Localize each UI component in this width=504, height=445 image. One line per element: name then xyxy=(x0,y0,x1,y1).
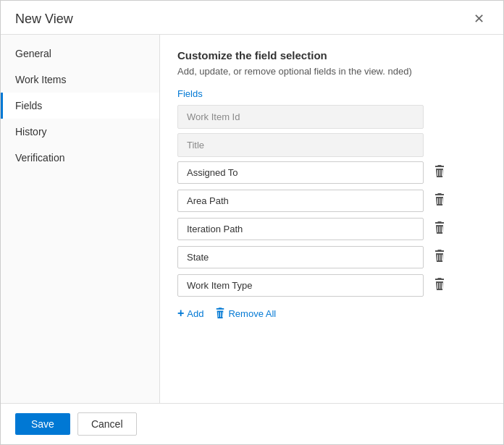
field-input-state[interactable] xyxy=(177,246,424,268)
readonly-field-title: Title xyxy=(177,133,424,157)
field-input-work-item-type[interactable] xyxy=(177,274,424,297)
trash-icon-state xyxy=(434,250,445,263)
close-button[interactable]: ✕ xyxy=(469,11,489,27)
field-input-assigned-to[interactable] xyxy=(177,161,424,184)
delete-button-state[interactable] xyxy=(429,247,450,268)
dialog-header: New View ✕ xyxy=(1,1,503,35)
readonly-field-work-item-id: Work Item Id xyxy=(177,105,424,129)
cancel-button[interactable]: Cancel xyxy=(77,412,137,436)
dialog-footer: Save Cancel xyxy=(1,403,503,444)
sidebar-item-general[interactable]: General xyxy=(1,41,159,67)
sidebar-item-fields[interactable]: Fields xyxy=(1,93,159,119)
field-input-iteration-path[interactable] xyxy=(177,218,424,240)
trash-icon-work-item-type xyxy=(434,278,445,291)
field-row-iteration-path xyxy=(177,218,486,240)
delete-button-iteration-path[interactable] xyxy=(429,219,450,240)
dialog-body: General Work Items Fields History Verifi… xyxy=(1,35,503,403)
section-title: Customize the field selection xyxy=(177,49,486,62)
field-row-area-path xyxy=(177,190,486,212)
sidebar: General Work Items Fields History Verifi… xyxy=(1,35,160,403)
save-button[interactable]: Save xyxy=(15,413,70,435)
field-input-area-path[interactable] xyxy=(177,190,424,212)
delete-button-work-item-type[interactable] xyxy=(429,275,450,297)
trash-icon-area-path xyxy=(434,193,445,206)
field-row-state xyxy=(177,246,486,268)
sidebar-item-history[interactable]: History xyxy=(1,119,159,145)
delete-button-area-path[interactable] xyxy=(429,190,450,212)
add-field-button[interactable]: + Add xyxy=(177,304,203,323)
remove-all-button[interactable]: Remove All xyxy=(215,305,276,322)
sidebar-item-work-items[interactable]: Work Items xyxy=(1,67,159,93)
remove-all-trash-icon xyxy=(215,308,225,319)
main-content: Customize the field selection Add, updat… xyxy=(160,35,503,403)
dialog-title: New View xyxy=(15,12,73,27)
trash-icon-assigned-to xyxy=(434,165,445,178)
field-row-assigned-to xyxy=(177,161,486,184)
sidebar-item-verification[interactable]: Verification xyxy=(1,145,159,171)
fields-label: Fields xyxy=(177,88,486,99)
field-row-work-item-type xyxy=(177,274,486,297)
actions-row: + Add Remove All xyxy=(177,304,486,323)
add-plus-icon: + xyxy=(177,307,184,320)
section-description: Add, update, or remove optional fields i… xyxy=(177,66,486,77)
delete-button-assigned-to[interactable] xyxy=(429,162,450,184)
trash-icon-iteration-path xyxy=(434,221,445,234)
new-view-dialog: New View ✕ General Work Items Fields His… xyxy=(0,0,504,445)
